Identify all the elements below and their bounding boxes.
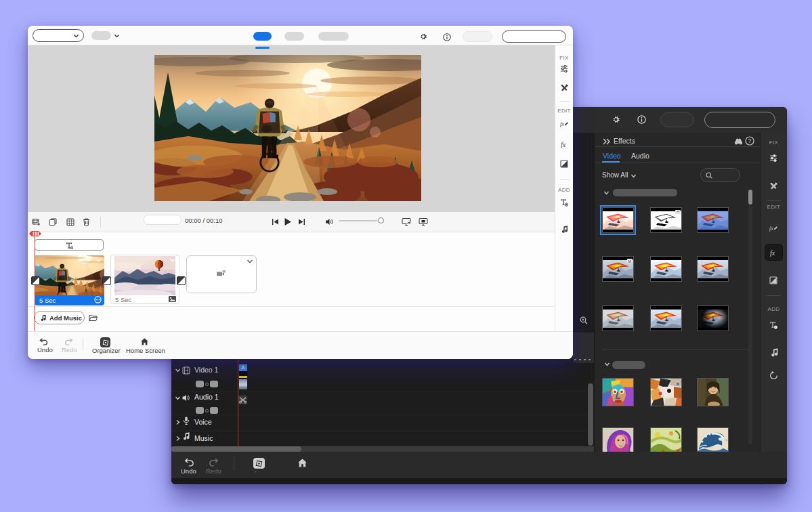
svg-text:?: ? [748, 137, 752, 144]
svg-text:M: M [628, 259, 632, 263]
